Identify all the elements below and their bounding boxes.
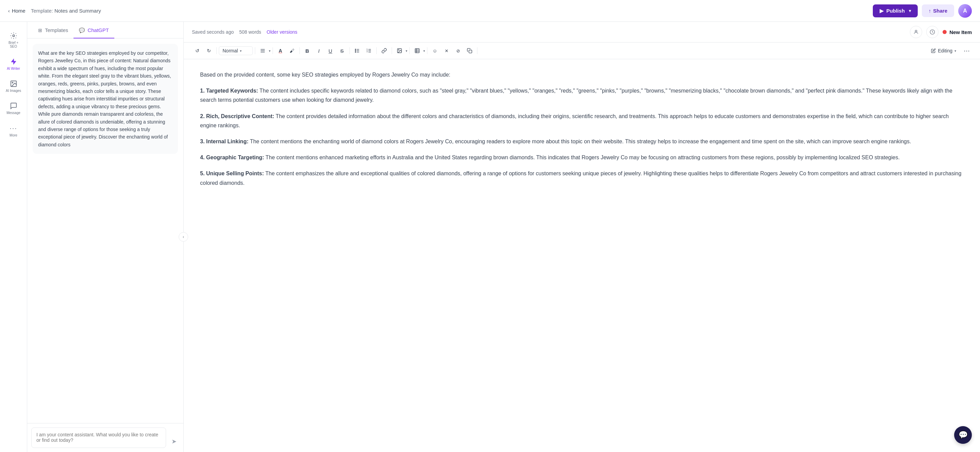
share-button[interactable]: ↑ Share <box>922 5 954 17</box>
panel-content: What are the key SEO strategies employed… <box>27 38 183 423</box>
send-icon: ➤ <box>172 438 177 445</box>
editor-item-1: 1. Targeted Keywords: The content includ… <box>200 86 964 105</box>
bold-button[interactable]: B <box>302 45 313 56</box>
item-1-text: 1. Targeted Keywords: The content includ… <box>200 86 964 105</box>
panel: ⊞ Templates 💬 ChatGPT What are the key S… <box>27 22 184 452</box>
underline-button[interactable]: U <box>325 45 336 56</box>
templates-icon: ⊞ <box>38 27 42 33</box>
toolbar-divider-8 <box>409 47 410 54</box>
editor-intro: Based on the provided content, some key … <box>200 70 964 79</box>
back-label: Home <box>12 8 25 14</box>
image-button[interactable] <box>394 45 405 56</box>
editing-chevron-icon: ▾ <box>955 49 956 53</box>
item-1-body: The content includes specific keywords r… <box>200 88 953 103</box>
panel-input-area: ➤ <box>27 423 183 452</box>
back-link[interactable]: ‹ Home <box>8 8 25 14</box>
sidebar-item-brief-seo[interactable]: Brief + SEO <box>2 29 25 52</box>
svg-text:3: 3 <box>366 51 368 53</box>
special-char-button[interactable]: ⊘ <box>453 45 463 56</box>
align-button[interactable] <box>257 45 268 56</box>
more-icon: ⋯ <box>964 47 970 54</box>
item-5-text: 5. Unique Selling Points: The content em… <box>200 169 964 187</box>
clear-format-button[interactable]: ✕ <box>441 45 452 56</box>
link-button[interactable] <box>379 45 390 56</box>
panel-collapse-button[interactable]: ‹ <box>179 232 188 242</box>
chevron-left-icon: ‹ <box>183 234 184 239</box>
highlight-button[interactable]: 🖌 <box>286 45 298 56</box>
emoji-button[interactable]: ☺ <box>430 45 440 56</box>
sidebar-item-more[interactable]: ··· More <box>2 121 25 140</box>
strikethrough-button[interactable]: S <box>337 45 347 56</box>
image-chevron-icon: ▾ <box>406 49 407 53</box>
new-item-button[interactable]: New Item <box>943 29 972 35</box>
tab-chatgpt-label: ChatGPT <box>88 27 109 33</box>
publish-icon: ▶ <box>880 8 884 14</box>
toolbar-divider-10 <box>477 47 477 54</box>
format-select[interactable]: Normal ▾ <box>219 46 253 55</box>
chevron-left-icon: ‹ <box>8 8 10 14</box>
svg-point-0 <box>13 35 14 37</box>
chat-bubble-icon: 💬 <box>959 431 968 439</box>
svg-point-11 <box>355 49 356 50</box>
bold-icon: B <box>305 48 309 54</box>
emoji-icon: ☺ <box>433 48 437 53</box>
format-select-chevron-icon: ▾ <box>240 49 242 53</box>
publish-chevron-icon: ▾ <box>909 8 911 13</box>
numbered-list-button[interactable]: 1 2 3 <box>363 45 374 56</box>
tab-chatgpt[interactable]: 💬 ChatGPT <box>73 22 115 38</box>
editor-meta-bar: Saved seconds ago 508 words Older versio… <box>184 22 980 43</box>
clock-icon-button[interactable] <box>926 26 939 38</box>
tab-templates[interactable]: ⊞ Templates <box>33 22 73 38</box>
avatar[interactable]: A <box>958 4 972 18</box>
sidebar-item-ai-images[interactable]: AI Images <box>2 76 25 96</box>
link-icon <box>382 48 387 53</box>
sidebar-item-message[interactable]: Message <box>2 99 25 118</box>
item-2-text: 2. Rich, Descriptive Content: The conten… <box>200 111 964 130</box>
sidebar-item-ai-writer[interactable]: AI Writer <box>2 54 25 74</box>
share-label: Share <box>933 8 947 14</box>
toolbar-divider-4 <box>299 47 300 54</box>
svg-point-21 <box>398 50 399 50</box>
editing-mode-button[interactable]: Editing ▾ <box>928 47 959 55</box>
user-icon-button[interactable] <box>910 26 922 38</box>
gear-icon <box>10 32 18 40</box>
older-versions-link[interactable]: Older versions <box>267 29 298 35</box>
send-button[interactable]: ➤ <box>169 435 179 448</box>
publish-button[interactable]: ▶ Publish ▾ <box>873 5 918 18</box>
undo-button[interactable]: ↺ <box>192 45 203 56</box>
italic-button[interactable]: I <box>313 45 324 56</box>
more-options-button[interactable]: ⋯ <box>962 46 972 56</box>
text-color-button[interactable]: A <box>275 45 286 56</box>
sidebar-label-ai-images: AI Images <box>6 89 21 92</box>
chat-message-text: What are the key SEO strategies employed… <box>38 50 171 147</box>
numbered-list-icon: 1 2 3 <box>366 48 372 53</box>
underline-icon: U <box>329 48 332 54</box>
table-button[interactable] <box>412 45 423 56</box>
strikethrough-icon: S <box>340 48 344 54</box>
svg-rect-26 <box>469 50 472 53</box>
redo-button[interactable]: ↻ <box>204 45 215 56</box>
item-5-body: The content emphasizes the allure and ex… <box>200 170 961 186</box>
chat-bubble-button[interactable]: 💬 <box>954 426 972 444</box>
sidebar-label-more: More <box>10 134 18 137</box>
publish-label: Publish <box>886 8 905 14</box>
copy-icon <box>467 48 472 53</box>
copy-button[interactable] <box>464 45 475 56</box>
svg-point-2 <box>12 82 13 83</box>
bullet-list-button[interactable] <box>352 45 363 56</box>
dots-icon: ··· <box>10 124 18 132</box>
item-3-body: The content mentions the enchanting worl… <box>250 138 911 144</box>
special-char-icon: ⊘ <box>456 48 460 53</box>
sidebar-label-message: Message <box>6 111 21 115</box>
clock-icon <box>930 29 935 35</box>
svg-point-13 <box>355 52 356 53</box>
toolbar-divider-2 <box>255 47 255 54</box>
chat-input[interactable] <box>31 428 166 448</box>
toolbar-divider-3 <box>272 47 273 54</box>
saved-status: Saved seconds ago <box>192 29 234 35</box>
align-icon <box>260 48 266 53</box>
bullet-list-icon <box>355 48 360 53</box>
chatgpt-icon: 💬 <box>79 27 85 33</box>
template-label: Template: Notes and Summary <box>31 8 101 14</box>
image-icon <box>10 80 18 88</box>
